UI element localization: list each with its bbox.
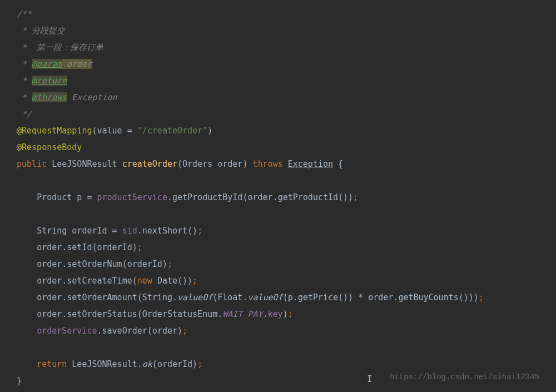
text-cursor-icon: I	[367, 371, 373, 388]
code-editor[interactable]: /** * 分段提交 * 第一段：保存订单 * @param order * @…	[17, 6, 556, 389]
code-line: * @return	[17, 72, 556, 89]
code-line: order.setOrderNum(orderId);	[17, 256, 556, 272]
code-line: * 第一段：保存订单	[17, 39, 556, 56]
annotation-requestmapping: @RequestMapping	[17, 126, 92, 136]
code-line: order.setId(orderId);	[17, 239, 556, 256]
method-createorder: createOrder	[122, 159, 177, 169]
blank-line	[17, 172, 556, 189]
code-line: */	[17, 106, 556, 122]
code-line: Product p = productService.getProductByI…	[17, 189, 556, 206]
code-line: orderService.saveOrder(order);	[17, 322, 556, 339]
javadoc-return-tag: @return	[32, 76, 67, 86]
code-line: * 分段提交	[17, 22, 556, 39]
code-line: @RequestMapping(value = "/createOrder")	[17, 122, 556, 139]
code-line: @ResponseBody	[17, 139, 556, 156]
code-line: * @param order	[17, 56, 556, 72]
code-line: String orderId = sid.nextShort();	[17, 222, 556, 239]
blank-line	[17, 206, 556, 222]
code-line: order.setOrderStatus(OrderStatusEnum.WAI…	[17, 306, 556, 322]
javadoc-param-tag: @param	[32, 59, 62, 69]
blank-line	[17, 339, 556, 356]
code-line: order.setOrderAmount(String.valueOf(Floa…	[17, 289, 556, 306]
code-line: * @throws Exception	[17, 89, 556, 106]
code-line: order.setCreateTime(new Date());	[17, 272, 556, 289]
code-line: public LeeJSONResult createOrder(Orders …	[17, 156, 556, 172]
annotation-responsebody: @ResponseBody	[17, 142, 82, 152]
watermark-url: https://blog.csdn.net/sihai12345	[390, 369, 539, 385]
code-line: /**	[17, 6, 556, 22]
javadoc-throws-tag: @throws	[32, 92, 67, 102]
